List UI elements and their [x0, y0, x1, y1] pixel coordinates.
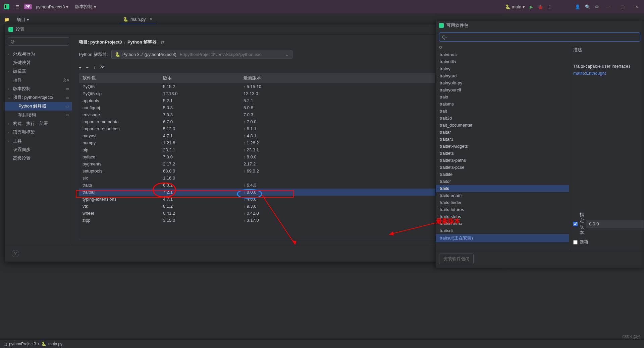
- tree-python-interpreter[interactable]: Python 解释器▭: [5, 102, 72, 111]
- tree-lang[interactable]: ›语言和框架: [5, 128, 72, 137]
- table-row[interactable]: mayavi4.7.1↑4.8.1: [79, 132, 496, 139]
- run-config-selector[interactable]: 🐍 main ▾: [505, 4, 525, 9]
- avail-item[interactable]: trainyourclf: [436, 86, 569, 93]
- table-row[interactable]: numpy1.21.6↑1.26.2: [79, 139, 496, 146]
- tree-project[interactable]: ⌄项目: pythonProject3▭: [5, 93, 72, 102]
- show-early-icon[interactable]: 👁: [100, 65, 105, 70]
- table-row[interactable]: importlib-resources5.12.0↑6.1.1: [79, 125, 496, 132]
- avail-item[interactable]: traits-finder: [436, 199, 569, 206]
- settings-icon[interactable]: ⚙: [595, 4, 599, 9]
- avail-item[interactable]: traits-futures: [436, 206, 569, 213]
- tree-project-structure[interactable]: 项目结构▭: [5, 111, 72, 119]
- avail-item[interactable]: traitlite: [436, 171, 569, 178]
- table-row[interactable]: wheel0.41.2↑0.42.0: [79, 210, 496, 217]
- close-tab-icon[interactable]: ✕: [149, 17, 153, 22]
- bottom-folder[interactable]: pythonProject3: [9, 342, 36, 346]
- add-package-icon[interactable]: +: [79, 65, 82, 70]
- tree-advanced[interactable]: 高级设置: [5, 154, 72, 163]
- avail-item[interactable]: traitor: [436, 178, 569, 185]
- table-row[interactable]: setuptools68.0.0↑69.0.2: [79, 167, 496, 175]
- table-row[interactable]: envisage7.0.37.0.3: [79, 111, 496, 118]
- help-icon[interactable]: ?: [12, 250, 19, 257]
- col-package: 软件包: [83, 75, 163, 81]
- table-row[interactable]: pygments2.17.22.17.2: [79, 160, 496, 167]
- folder-tool-icon[interactable]: 📁: [0, 17, 13, 22]
- vcs-menu[interactable]: 版本控制▾: [75, 4, 96, 10]
- avail-item[interactable]: traio: [436, 93, 569, 100]
- tree-plugins[interactable]: 插件文₳: [5, 76, 72, 84]
- avail-item[interactable]: trainutils: [436, 58, 569, 65]
- avail-item[interactable]: traits-enaml: [436, 192, 569, 199]
- avail-item[interactable]: traits: [436, 185, 569, 192]
- table-row[interactable]: zipp3.15.0↑3.17.0: [79, 217, 496, 224]
- search-icon[interactable]: 🔍: [585, 4, 590, 9]
- debug-icon[interactable]: 🐞: [538, 4, 543, 9]
- table-row[interactable]: configobj5.0.85.0.8: [79, 104, 496, 111]
- avail-header: 可用软件包: [436, 20, 644, 30]
- avail-item-installing[interactable]: traitsui(正在安装): [436, 234, 569, 242]
- upgrade-package-icon[interactable]: ↑: [93, 65, 96, 70]
- tree-appearance[interactable]: ›外观与行为: [5, 50, 72, 58]
- tree-editor[interactable]: ›编辑器: [5, 67, 72, 76]
- tree-keymap[interactable]: 按键映射: [5, 58, 72, 67]
- python-file-icon: 🐍: [123, 17, 128, 22]
- table-row[interactable]: importlib-metadata6.7.0↑7.0.0: [79, 118, 496, 125]
- avail-item[interactable]: traitar: [436, 129, 569, 136]
- avail-item[interactable]: trait2d: [436, 115, 569, 122]
- avail-search-input[interactable]: Q-: [439, 32, 640, 42]
- avail-item[interactable]: trainyolo-py: [436, 79, 569, 86]
- specify-version-checkbox[interactable]: [573, 222, 578, 226]
- dialog-footer: ? 确定 取消: [5, 245, 503, 262]
- options-checkbox[interactable]: [573, 240, 578, 245]
- tree-build[interactable]: ›构建、执行、部署: [5, 119, 72, 128]
- avail-item[interactable]: traits-stubs: [436, 213, 569, 220]
- maximize-icon[interactable]: ▢: [618, 2, 627, 11]
- desc-link[interactable]: mailto:Enthought: [573, 71, 640, 76]
- avail-item[interactable]: trait_documenter: [436, 122, 569, 129]
- avail-item[interactable]: trainy: [436, 65, 569, 72]
- tree-sync[interactable]: 设置同步: [5, 145, 72, 154]
- project-selector[interactable]: pythonProject3▾: [36, 4, 69, 9]
- avail-item[interactable]: traitlets-pcse: [436, 164, 569, 171]
- interpreter-dropdown[interactable]: 🐍 Python 3.7 (pythonProject3) E:\pythonP…: [111, 50, 292, 59]
- project-tool-dropdown[interactable]: 项目▾: [13, 17, 33, 23]
- refresh-icon[interactable]: ⟳: [436, 44, 569, 51]
- install-package-button[interactable]: 安装软件包(I): [439, 254, 474, 264]
- avail-item[interactable]: traitlet-widgets: [436, 143, 569, 150]
- table-row[interactable]: apptools5.2.15.2.1: [79, 97, 496, 104]
- nav-arrows-icon[interactable]: ⇄: [161, 40, 165, 45]
- run-icon[interactable]: ▶: [530, 4, 533, 9]
- avail-item[interactable]: traisms: [436, 100, 569, 108]
- avail-item[interactable]: trait: [436, 108, 569, 115]
- code-with-me-icon[interactable]: 👤: [575, 4, 580, 9]
- table-row[interactable]: typing-extensions4.7.1↑4.8.0: [79, 196, 496, 203]
- table-row[interactable]: pyface7.3.0↑8.0.0: [79, 153, 496, 160]
- avail-item[interactable]: trainyard: [436, 72, 569, 79]
- table-row[interactable]: vtk8.1.2↑9.3.0: [79, 203, 496, 210]
- avail-package-list[interactable]: ⟳ traintracktrainutilstrainytrainyardtra…: [436, 44, 569, 250]
- remove-package-icon[interactable]: −: [86, 65, 89, 70]
- hamburger-icon[interactable]: ☰: [13, 3, 21, 11]
- avail-item[interactable]: traitscli: [436, 227, 569, 234]
- avail-item[interactable]: traitlets-paths: [436, 157, 569, 164]
- tree-tools[interactable]: ›工具: [5, 137, 72, 145]
- settings-search-input[interactable]: Q-: [8, 37, 69, 46]
- avail-item[interactable]: traitschema: [436, 220, 569, 227]
- file-tab-main[interactable]: 🐍 main.py ✕: [120, 15, 156, 24]
- table-row[interactable]: PyQt55.15.2↑5.15.10: [79, 83, 496, 90]
- avail-item[interactable]: traitlets: [436, 150, 569, 157]
- table-row[interactable]: traitsui7.2.1↑8.0.0: [79, 189, 496, 196]
- more-icon[interactable]: ⋮: [548, 4, 552, 9]
- table-row[interactable]: six1.16.0: [79, 175, 496, 182]
- minimize-icon[interactable]: —: [604, 2, 613, 11]
- tree-vcs[interactable]: ›版本控制▭: [5, 84, 72, 93]
- close-icon[interactable]: ✕: [632, 2, 641, 11]
- avail-item[interactable]: traitar3: [436, 136, 569, 143]
- table-row[interactable]: pip23.2.1↑23.3.1: [79, 146, 496, 153]
- breadcrumb-project: 项目: pythonProject3: [79, 39, 122, 45]
- version-input[interactable]: [586, 220, 644, 228]
- table-row[interactable]: traits6.3.2↑6.4.3: [79, 182, 496, 189]
- table-row[interactable]: PyQt5-sip12.13.012.13.0: [79, 90, 496, 97]
- bottom-file[interactable]: main.py: [48, 342, 62, 346]
- avail-item[interactable]: traintrack: [436, 51, 569, 58]
